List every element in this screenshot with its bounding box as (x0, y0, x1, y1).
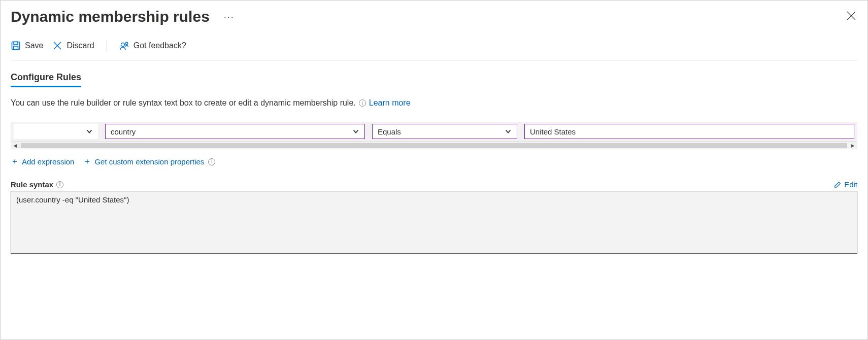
add-expression-label: Add expression (22, 157, 74, 166)
pencil-icon (834, 181, 841, 188)
discard-label: Discard (66, 41, 94, 50)
rule-actions: ＋ Add expression ＋ Get custom extension … (11, 156, 857, 167)
chevron-down-icon (86, 128, 93, 135)
feedback-button[interactable]: Got feedback? (119, 41, 186, 51)
plus-icon: ＋ (11, 156, 19, 167)
chevron-down-icon (505, 128, 512, 135)
svg-rect-3 (14, 42, 18, 45)
property-value: country (111, 127, 136, 136)
svg-point-7 (121, 43, 124, 47)
tab-configure-rules[interactable]: Configure Rules (11, 72, 81, 87)
scroll-left-icon[interactable]: ◄ (12, 142, 19, 149)
operator-dropdown[interactable]: Equals (372, 124, 517, 139)
page-title: Dynamic membership rules (11, 8, 210, 25)
info-icon[interactable]: i (359, 99, 366, 107)
edit-rule-syntax-button[interactable]: Edit (834, 180, 857, 189)
svg-point-8 (125, 42, 127, 44)
value-input[interactable]: United States (524, 124, 854, 139)
add-expression-button[interactable]: ＋ Add expression (11, 156, 74, 167)
rule-syntax-textbox[interactable]: (user.country -eq "United States") (11, 191, 857, 254)
feedback-icon (119, 41, 129, 51)
close-button[interactable] (845, 10, 857, 22)
property-dropdown[interactable]: country (105, 124, 365, 139)
scroll-right-icon[interactable]: ► (849, 142, 856, 149)
discard-button[interactable]: Discard (52, 41, 94, 51)
close-icon (847, 11, 856, 20)
get-custom-extension-button[interactable]: ＋ Get custom extension properties i (83, 156, 215, 167)
rule-syntax-label: Rule syntax (11, 180, 53, 189)
description-row: You can use the rule builder or rule syn… (11, 98, 857, 108)
andor-dropdown[interactable] (14, 124, 98, 139)
horizontal-scrollbar[interactable]: ◄ ► (11, 141, 857, 149)
more-menu-icon[interactable]: ··· (224, 12, 235, 22)
feedback-label: Got feedback? (133, 41, 186, 50)
toolbar-separator (107, 40, 107, 51)
chevron-down-icon (352, 128, 359, 135)
get-custom-extension-label: Get custom extension properties (94, 157, 204, 166)
edit-label: Edit (844, 180, 857, 189)
rule-syntax-header: Rule syntax i Edit (11, 180, 857, 189)
svg-rect-4 (14, 46, 18, 50)
save-icon (11, 41, 21, 51)
rule-row: country Equals United States (11, 122, 857, 141)
value-text: United States (530, 127, 576, 136)
scrollbar-track[interactable] (21, 143, 847, 148)
command-bar: Save Discard Got feedback? (11, 33, 857, 61)
discard-icon (52, 41, 62, 51)
operator-value: Equals (378, 127, 401, 136)
learn-more-link[interactable]: Learn more (369, 98, 411, 108)
plus-icon: ＋ (83, 156, 91, 167)
description-text: You can use the rule builder or rule syn… (11, 98, 356, 108)
tabs: Configure Rules (11, 72, 857, 87)
info-icon[interactable]: i (56, 181, 63, 188)
info-icon[interactable]: i (208, 158, 215, 165)
rule-builder: country Equals United States ◄ ► (11, 122, 857, 149)
save-button[interactable]: Save (11, 41, 43, 51)
rule-syntax-value: (user.country -eq "United States") (16, 195, 129, 204)
save-label: Save (25, 41, 43, 50)
